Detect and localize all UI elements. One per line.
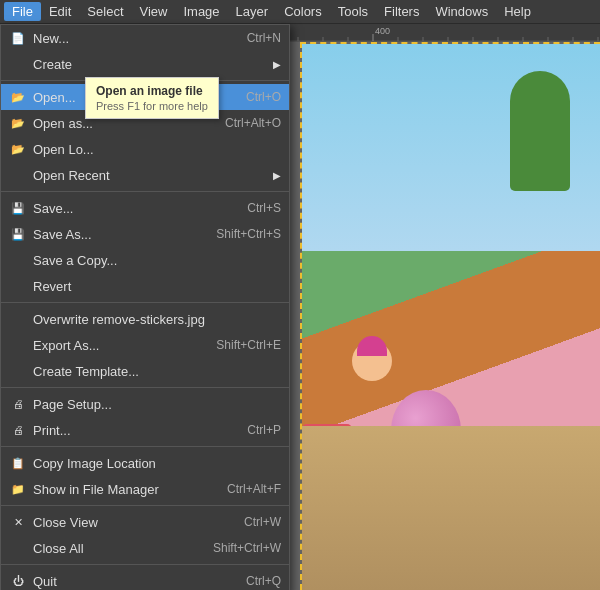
page-setup-icon: 🖨: [9, 395, 27, 413]
menu-item-print[interactable]: 🖨 Print... Ctrl+P: [1, 417, 289, 443]
menu-item-create[interactable]: Create ▶: [1, 51, 289, 77]
menu-open-recent-label: Open Recent: [33, 168, 268, 183]
menu-new-label: New...: [33, 31, 227, 46]
menubar-view[interactable]: View: [132, 2, 176, 21]
menubar-windows[interactable]: Windows: [427, 2, 496, 21]
open-recent-icon: [9, 166, 27, 184]
menu-open-label: Open...: [33, 90, 226, 105]
menubar-colors[interactable]: Colors: [276, 2, 330, 21]
menu-save-shortcut: Ctrl+S: [247, 201, 281, 215]
menu-save-label: Save...: [33, 201, 227, 216]
menu-item-close-view[interactable]: ✕ Close View Ctrl+W: [1, 509, 289, 535]
menu-print-shortcut: Ctrl+P: [247, 423, 281, 437]
open-recent-arrow-icon: ▶: [273, 170, 281, 181]
menu-close-view-label: Close View: [33, 515, 224, 530]
menubar-layer[interactable]: Layer: [228, 2, 277, 21]
canvas-image-inner: [302, 44, 600, 590]
menu-export-label: Export As...: [33, 338, 196, 353]
sep1: [1, 80, 289, 81]
menu-open-as-shortcut: Ctrl+Alt+O: [225, 116, 281, 130]
sep7: [1, 564, 289, 565]
print-icon: 🖨: [9, 421, 27, 439]
sep4: [1, 387, 289, 388]
file-dropdown-menu: 📄 New... Ctrl+N Create ▶ 📂 Open... Ctrl+…: [0, 24, 290, 590]
menu-item-open-location[interactable]: 📂 Open Lo...: [1, 136, 289, 162]
menu-overwrite-label: Overwrite remove-stickers.jpg: [33, 312, 281, 327]
save-icon: 💾: [9, 199, 27, 217]
menu-export-shortcut: Shift+Ctrl+E: [216, 338, 281, 352]
menu-item-new[interactable]: 📄 New... Ctrl+N: [1, 25, 289, 51]
menu-close-all-shortcut: Shift+Ctrl+W: [213, 541, 281, 555]
sep2: [1, 191, 289, 192]
menu-open-shortcut: Ctrl+O: [246, 90, 281, 104]
photo-tree: [510, 71, 570, 191]
create-arrow-icon: ▶: [273, 59, 281, 70]
menu-close-all-label: Close All: [33, 541, 193, 556]
template-icon: [9, 362, 27, 380]
menu-close-view-shortcut: Ctrl+W: [244, 515, 281, 529]
menu-new-shortcut: Ctrl+N: [247, 31, 281, 45]
menubar-tools[interactable]: Tools: [330, 2, 376, 21]
menu-open-as-label: Open as...: [33, 116, 205, 131]
copy-location-icon: 📋: [9, 454, 27, 472]
revert-icon: [9, 277, 27, 295]
menubar-file[interactable]: File: [4, 2, 41, 21]
sep3: [1, 302, 289, 303]
open-location-icon: 📂: [9, 140, 27, 158]
close-view-icon: ✕: [9, 513, 27, 531]
quit-icon: ⏻: [9, 572, 27, 590]
menu-file-manager-shortcut: Ctrl+Alt+F: [227, 482, 281, 496]
menubar-image[interactable]: Image: [175, 2, 227, 21]
menu-page-setup-label: Page Setup...: [33, 397, 281, 412]
menu-item-page-setup[interactable]: 🖨 Page Setup...: [1, 391, 289, 417]
create-icon: [9, 55, 27, 73]
menu-save-as-shortcut: Shift+Ctrl+S: [216, 227, 281, 241]
menu-revert-label: Revert: [33, 279, 281, 294]
menu-item-save-as[interactable]: 💾 Save As... Shift+Ctrl+S: [1, 221, 289, 247]
menu-copy-loc-label: Copy Image Location: [33, 456, 281, 471]
menubar-edit[interactable]: Edit: [41, 2, 79, 21]
menu-save-copy-label: Save a Copy...: [33, 253, 281, 268]
menu-open-loc-label: Open Lo...: [33, 142, 281, 157]
menu-item-revert[interactable]: Revert: [1, 273, 289, 299]
photo-person: [332, 341, 412, 481]
photo-person-hair: [357, 336, 387, 356]
menubar: File Edit Select View Image Layer Colors…: [0, 0, 600, 24]
svg-text:400: 400: [375, 26, 390, 36]
menu-item-export-as[interactable]: Export As... Shift+Ctrl+E: [1, 332, 289, 358]
photo-person-head: [352, 341, 392, 381]
menubar-filters[interactable]: Filters: [376, 2, 427, 21]
export-icon: [9, 336, 27, 354]
menu-item-overwrite[interactable]: Overwrite remove-stickers.jpg: [1, 306, 289, 332]
menu-print-label: Print...: [33, 423, 227, 438]
open-icon: 📂: [9, 88, 27, 106]
sep6: [1, 505, 289, 506]
menu-quit-label: Quit: [33, 574, 226, 589]
menu-item-save-copy[interactable]: Save a Copy...: [1, 247, 289, 273]
menu-file-manager-label: Show in File Manager: [33, 482, 207, 497]
sep5: [1, 446, 289, 447]
menu-item-save[interactable]: 💾 Save... Ctrl+S: [1, 195, 289, 221]
menu-item-close-all[interactable]: Close All Shift+Ctrl+W: [1, 535, 289, 561]
save-copy-icon: [9, 251, 27, 269]
canvas-image: [300, 42, 600, 590]
save-as-icon: 💾: [9, 225, 27, 243]
close-all-icon: [9, 539, 27, 557]
menubar-help[interactable]: Help: [496, 2, 539, 21]
overwrite-icon: [9, 310, 27, 328]
file-manager-icon: 📁: [9, 480, 27, 498]
menu-item-open-recent[interactable]: Open Recent ▶: [1, 162, 289, 188]
menu-item-create-template[interactable]: Create Template...: [1, 358, 289, 384]
menu-template-label: Create Template...: [33, 364, 281, 379]
new-icon: 📄: [9, 29, 27, 47]
menubar-select[interactable]: Select: [79, 2, 131, 21]
menu-item-copy-location[interactable]: 📋 Copy Image Location: [1, 450, 289, 476]
menu-save-as-label: Save As...: [33, 227, 196, 242]
menu-quit-shortcut: Ctrl+Q: [246, 574, 281, 588]
menu-create-label: Create: [33, 57, 268, 72]
open-as-icon: 📂: [9, 114, 27, 132]
menu-item-open[interactable]: 📂 Open... Ctrl+O: [1, 84, 289, 110]
menu-item-quit[interactable]: ⏻ Quit Ctrl+Q: [1, 568, 289, 590]
menu-item-show-file-manager[interactable]: 📁 Show in File Manager Ctrl+Alt+F: [1, 476, 289, 502]
menu-item-open-as[interactable]: 📂 Open as... Ctrl+Alt+O: [1, 110, 289, 136]
